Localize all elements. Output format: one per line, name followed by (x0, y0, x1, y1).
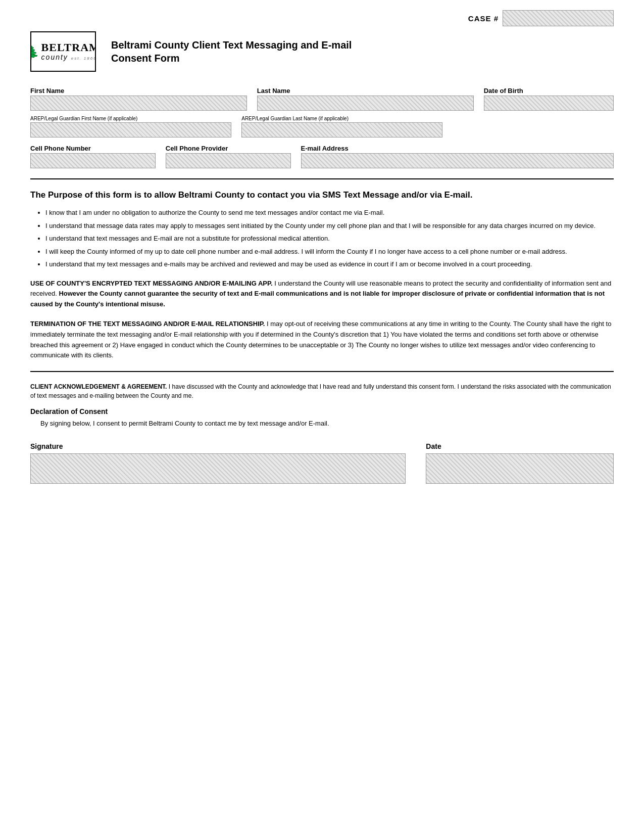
logo-box: 🌲 BELTRAMI county est. 1866 (30, 31, 96, 72)
form-title-line1: Beltrami County Client Text Messaging an… (111, 39, 352, 51)
date-label: Date (426, 442, 614, 450)
bullet-list: I know that I am under no obligation to … (30, 208, 614, 269)
encrypted-bold: USE OF COUNTY'S ENCRYPTED TEXT MESSAGING… (30, 280, 273, 287)
declaration-text: By signing below, I consent to permit Be… (30, 420, 614, 427)
divider (30, 178, 614, 179)
bullet-5: I understand that my text messages and e… (45, 259, 614, 269)
signature-input[interactable] (30, 453, 406, 484)
last-name-input[interactable] (257, 96, 474, 111)
guardian-row: AREP/Legal Guardian First Name (if appli… (30, 116, 614, 137)
guardian-first-label: AREP/Legal Guardian First Name (if appli… (30, 116, 231, 121)
cell-provider-group: Cell Phone Provider (166, 145, 291, 168)
email-group: E-mail Address (301, 145, 614, 168)
termination-bold: TERMINATION OF THE TEXT MESSAGING AND/OR… (30, 320, 265, 328)
form-title-line2: Consent Form (111, 53, 180, 64)
bullet-2: I understand that message data rates may… (45, 221, 614, 231)
cell-phone-group: Cell Phone Number (30, 145, 156, 168)
date-input[interactable] (426, 453, 614, 484)
logo-title-row: 🌲 BELTRAMI county est. 1866 Beltrami Cou… (30, 31, 614, 72)
guardian-last-label: AREP/Legal Guardian Last Name (if applic… (241, 116, 442, 121)
guardian-first-group: AREP/Legal Guardian First Name (if appli… (30, 116, 231, 137)
sig-group-signature: Signature (30, 442, 406, 484)
cell-phone-input[interactable] (30, 153, 156, 168)
guardian-last-input[interactable] (241, 122, 442, 137)
cell-provider-label: Cell Phone Provider (166, 145, 291, 152)
purpose-heading: The Purpose of this form is to allow Bel… (30, 190, 614, 201)
sig-label: Signature (30, 442, 406, 450)
dob-input[interactable] (484, 96, 614, 111)
logo-county: county est. 1866 (41, 53, 96, 61)
termination-paragraph: TERMINATION OF THE TEXT MESSAGING AND/OR… (30, 319, 614, 361)
declaration-heading: Declaration of Consent (30, 407, 614, 415)
sig-group-date: Date (426, 442, 614, 484)
case-label: CASE # (468, 14, 499, 23)
signature-row: Signature Date (30, 442, 614, 484)
cell-phone-label: Cell Phone Number (30, 145, 156, 152)
logo-beltrami: BELTRAMI (41, 42, 96, 53)
logo-est: est. 1866 (71, 56, 96, 61)
divider2 (30, 371, 614, 372)
bullet-4: I will keep the County informed of my up… (45, 247, 614, 257)
encrypted-bold2: However the County cannot guarantee the … (30, 290, 605, 308)
first-name-label: First Name (30, 87, 247, 95)
header-row: CASE # (30, 10, 614, 26)
guardian-spacer-input (453, 122, 614, 137)
guardian-spacer (453, 116, 614, 137)
guardian-last-group: AREP/Legal Guardian Last Name (if applic… (241, 116, 442, 137)
dob-group: Date of Birth (484, 87, 614, 111)
bullet-1: I know that I am under no obligation to … (45, 208, 614, 218)
fields-section: First Name Last Name Date of Birth AREP/… (30, 87, 614, 168)
email-label: E-mail Address (301, 145, 614, 152)
ack-bold: CLIENT ACKNOWLEDGEMENT & AGREEMENT. (30, 383, 167, 390)
guardian-first-input[interactable] (30, 122, 231, 137)
logo-county-text: county (41, 53, 68, 61)
guardian-spacer-label (453, 116, 614, 121)
first-name-input[interactable] (30, 96, 247, 111)
encrypted-paragraph: USE OF COUNTY'S ENCRYPTED TEXT MESSAGING… (30, 279, 614, 310)
form-title: Beltrami County Client Text Messaging an… (111, 38, 352, 65)
acknowledgement-text: CLIENT ACKNOWLEDGEMENT & AGREEMENT. I ha… (30, 382, 614, 400)
last-name-group: Last Name (257, 87, 474, 111)
cell-provider-input[interactable] (166, 153, 291, 168)
case-number-input[interactable] (503, 10, 614, 26)
contact-row: Cell Phone Number Cell Phone Provider E-… (30, 145, 614, 168)
last-name-label: Last Name (257, 87, 474, 95)
email-input[interactable] (301, 153, 614, 168)
first-name-group: First Name (30, 87, 247, 111)
dob-label: Date of Birth (484, 87, 614, 95)
logo-area: 🌲 BELTRAMI county est. 1866 (30, 31, 96, 72)
bullet-3: I understand that text messages and E-ma… (45, 234, 614, 244)
tree-icon: 🌲 (30, 43, 39, 60)
name-row: First Name Last Name Date of Birth (30, 87, 614, 111)
